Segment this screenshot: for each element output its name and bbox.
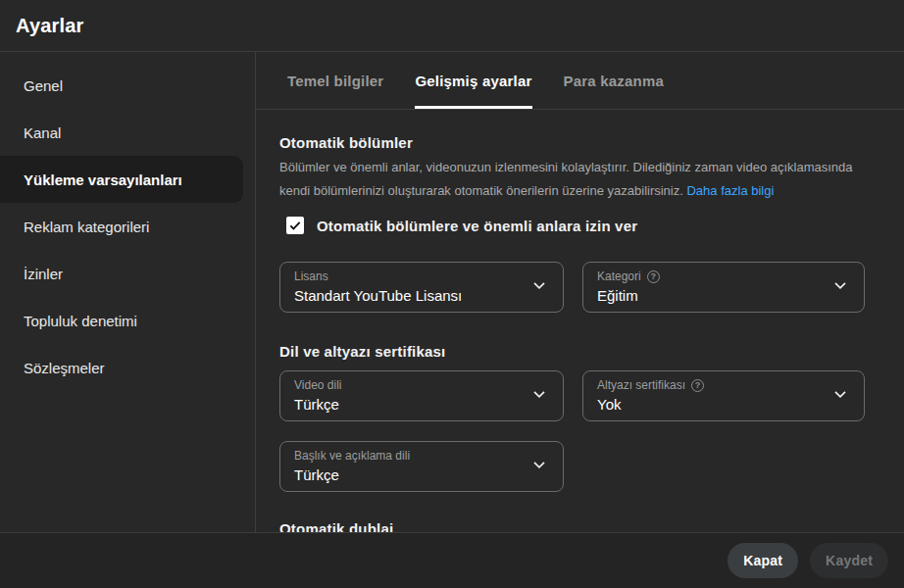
title-description-language-dropdown[interactable]: Başlık ve açıklama dili Türkçe [279, 441, 564, 492]
dropdown-label: Video dili [294, 378, 524, 393]
description-line-2: kendi bölümlerinizi oluşturarak otomatik… [279, 179, 904, 203]
category-dropdown[interactable]: Kategori? Eğitim [582, 262, 865, 313]
advanced-settings-panel: Otomatik bölümler Bölümler ve önemli anl… [256, 110, 904, 532]
automatic-chapters-checkbox-row[interactable]: Otomatik bölümlere ve önemli anlara izin… [286, 217, 904, 234]
sidebar-item-label: Reklam kategorileri [24, 219, 149, 235]
chevron-down-icon [529, 455, 549, 478]
caption-certification-dropdown[interactable]: Altyazı sertifikası? Yok [582, 370, 865, 421]
tab-label: Gelişmiş ayarlar [415, 73, 531, 89]
sidebar-item-label: Topluluk denetimi [24, 313, 137, 329]
sidebar-item-label: Kanal [24, 124, 61, 141]
help-icon[interactable]: ? [691, 379, 704, 392]
sidebar-item-label: Sözleşmeler [24, 360, 105, 376]
sidebar-item-genel[interactable]: Genel [0, 62, 255, 109]
sidebar-item-topluluk-denetimi[interactable]: Topluluk denetimi [0, 297, 255, 344]
tab-temel-bilgiler[interactable]: Temel bilgiler [272, 52, 399, 109]
checkbox-label: Otomatik bölümlere ve önemli anlara izin… [317, 218, 637, 234]
sidebar-item-reklam-kategorileri[interactable]: Reklam kategorileri [0, 203, 255, 250]
learn-more-link[interactable]: Daha fazla bilgi [686, 183, 774, 198]
main-area: Genel Kanal Yükleme varsayılanları Rekla… [0, 52, 904, 532]
section-title-language-captions: Dil ve altyazı sertifikası [279, 343, 904, 360]
section-title-automatic-chapters: Otomatik bölümler [279, 134, 904, 151]
settings-sidebar: Genel Kanal Yükleme varsayılanları Rekla… [0, 52, 256, 532]
sidebar-item-label: Genel [24, 77, 63, 94]
dropdown-label: Kategori? [597, 270, 825, 284]
chevron-down-icon [830, 275, 850, 299]
settings-dialog: Ayarlar Genel Kanal Yükleme varsayılanla… [0, 0, 904, 588]
tab-gelismis-ayarlar[interactable]: Gelişmiş ayarlar [399, 52, 547, 109]
dialog-header: Ayarlar [0, 0, 904, 52]
sidebar-item-kanal[interactable]: Kanal [0, 109, 255, 156]
page-title: Ayarlar [16, 15, 84, 37]
dropdown-value: Standart YouTube Lisansı [294, 286, 524, 306]
dropdown-value: Türkçe [294, 395, 524, 415]
dropdown-value: Yok [597, 395, 825, 415]
license-dropdown[interactable]: Lisans Standart YouTube Lisansı [279, 262, 564, 313]
title-description-language-row: Başlık ve açıklama dili Türkçe [279, 441, 904, 492]
section-title-next-clipped: Otomatik dublaj [279, 520, 904, 532]
checkbox-checked-icon[interactable] [286, 217, 304, 234]
sidebar-item-label: İzinler [24, 266, 63, 282]
description-line-1: Bölümler ve önemli anlar, videonuzun izl… [279, 156, 904, 179]
dropdown-value: Eğitim [597, 286, 825, 306]
sidebar-item-label: Yükleme varsayılanları [24, 172, 182, 188]
automatic-chapters-description: Bölümler ve önemli anlar, videonuzun izl… [279, 156, 904, 203]
license-category-row: Lisans Standart YouTube Lisansı Kategori… [279, 262, 904, 313]
tab-label: Para kazanma [564, 73, 664, 89]
sidebar-item-yukleme-varsayilanlari[interactable]: Yükleme varsayılanları [0, 156, 243, 203]
tab-bar: Temel bilgiler Gelişmiş ayarlar Para kaz… [256, 52, 904, 110]
settings-content: Temel bilgiler Gelişmiş ayarlar Para kaz… [256, 52, 904, 532]
tab-label: Temel bilgiler [287, 73, 383, 89]
dialog-footer: Kapat Kaydet [0, 532, 904, 588]
chevron-down-icon [529, 275, 549, 299]
language-certification-row: Video dili Türkçe Altyazı sertifikası? Y… [279, 370, 904, 421]
checkmark-icon [288, 219, 302, 232]
help-icon[interactable]: ? [647, 270, 660, 283]
dropdown-value: Türkçe [294, 466, 524, 485]
save-button[interactable]: Kaydet [810, 543, 888, 578]
chevron-down-icon [529, 384, 549, 408]
sidebar-item-izinler[interactable]: İzinler [0, 250, 255, 297]
tab-para-kazanma[interactable]: Para kazanma [548, 52, 679, 109]
dropdown-label: Lisans [294, 270, 524, 284]
dropdown-label: Altyazı sertifikası? [597, 378, 825, 393]
chevron-down-icon [830, 384, 850, 408]
close-button[interactable]: Kapat [728, 543, 798, 578]
video-language-dropdown[interactable]: Video dili Türkçe [279, 370, 564, 421]
dropdown-label: Başlık ve açıklama dili [294, 449, 524, 464]
sidebar-item-sozlesmeler[interactable]: Sözleşmeler [0, 344, 255, 391]
